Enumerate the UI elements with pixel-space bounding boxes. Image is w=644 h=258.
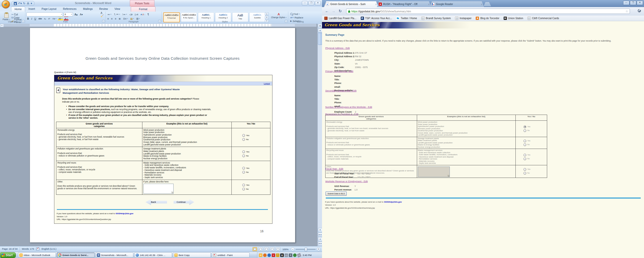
- new-tab-button[interactable]: [484, 2, 491, 6]
- tab-close-icon[interactable]: x: [481, 3, 482, 6]
- tab-view[interactable]: View: [111, 7, 124, 12]
- bookmark-torcedor[interactable]: ★Blog do Torcedor: [476, 17, 499, 20]
- browse-object-button[interactable]: ●: [318, 237, 322, 241]
- tray-lock-icon[interactable]: 🔒: [276, 253, 279, 257]
- embedded-screenshot[interactable]: Green Goods and Services Logout 4 Your e…: [54, 75, 272, 224]
- zoom-slider-thumb[interactable]: [305, 248, 307, 251]
- radio-no[interactable]: No: [242, 171, 249, 174]
- radio-yes[interactable]: Yes: [524, 140, 530, 142]
- tray-messenger-icon[interactable]: [263, 253, 267, 257]
- decrease-indent-button[interactable]: ◁≡: [129, 12, 134, 16]
- employees-edit-link[interactable]: Number of Employees at this Worksite - E…: [325, 106, 372, 108]
- forward-icon[interactable]: →: [332, 9, 335, 13]
- strikethrough-button[interactable]: abc: [38, 17, 43, 21]
- next-page-button[interactable]: ▼▼: [318, 242, 322, 246]
- tray-antivirus-icon[interactable]: V: [272, 253, 275, 257]
- primary-contact-edit-link[interactable]: Primary Contact Info - Edit: [325, 70, 353, 73]
- font-dialog-launcher[interactable]: ⌟: [102, 20, 105, 23]
- browser-restore-button[interactable]: ❐: [630, 1, 636, 5]
- zoom-in-button[interactable]: +: [317, 247, 320, 251]
- secondary-contact-edit-link[interactable]: Secondary Contact Info - Edit: [325, 89, 356, 92]
- continue-button[interactable]: Continue: [174, 199, 194, 205]
- radio-yes[interactable]: Yes: [524, 154, 530, 156]
- document-page[interactable]: Green Goods and Services Survey Online D…: [30, 28, 295, 243]
- taskbar-button-chrome[interactable]: Green Goods & Servi...: [57, 252, 95, 257]
- previous-page-button[interactable]: ▲▲: [318, 233, 322, 237]
- bookmark-brandt[interactable]: Brandt Survey System: [421, 17, 451, 20]
- vertical-scrollbar[interactable]: ▤ ▲ ▼ ▲▲ ● ▼▼: [317, 24, 322, 246]
- back-button[interactable]: Back: [145, 199, 167, 205]
- save-icon[interactable]: [14, 2, 17, 5]
- styles-scroll-down[interactable]: ▼: [265, 16, 269, 19]
- view-print-layout-button[interactable]: [253, 247, 257, 251]
- word-minimize-button[interactable]: —: [302, 1, 308, 5]
- grow-font-button[interactable]: A▴: [74, 12, 78, 16]
- font-color-button[interactable]: A▾: [64, 17, 68, 21]
- scrollbar-thumb[interactable]: [318, 33, 322, 45]
- bookmark-twitter[interactable]: Twitter / Home: [396, 17, 417, 20]
- tab-references[interactable]: References: [60, 7, 80, 12]
- browser-tab-ggs[interactable]: e Green Goods & Services - Sum x: [324, 1, 378, 7]
- redo-icon[interactable]: ↻: [23, 2, 25, 5]
- find-button[interactable]: Find ▾: [290, 12, 303, 16]
- align-left-button[interactable]: ≡: [107, 17, 110, 21]
- start-button[interactable]: Start: [0, 252, 16, 258]
- change-case-button[interactable]: Aa▾: [52, 17, 57, 21]
- clear-formatting-button[interactable]: A🧹: [100, 12, 106, 16]
- taskbar-button-folder[interactable]: Best Copy: [173, 252, 211, 257]
- tray-mail-icon[interactable]: ✉: [259, 253, 262, 257]
- shrink-font-button[interactable]: A▾: [79, 12, 84, 16]
- zoom-out-button[interactable]: –: [291, 247, 295, 251]
- ruler-toggle-button[interactable]: ▤: [318, 24, 322, 28]
- status-page[interactable]: Page: 16 of 34: [2, 247, 18, 250]
- tray-network-icon[interactable]: ✕: [289, 253, 292, 257]
- multilevel-list-button[interactable]: ⁝≔▾: [122, 12, 128, 16]
- view-fullscreen-button[interactable]: [258, 247, 263, 251]
- tab-mailings[interactable]: Mailings: [80, 7, 96, 12]
- qat-customize-icon[interactable]: ▾: [31, 2, 32, 5]
- fiscal-year-edit-link[interactable]: Fiscal Year - Edit: [325, 167, 343, 170]
- radio-no[interactable]: No: [242, 154, 249, 157]
- radio-yes-selected[interactable]: Yes: [524, 125, 530, 128]
- italic-button[interactable]: I: [30, 17, 33, 21]
- font-name-combo[interactable]: ▾: [26, 12, 63, 16]
- radio-yes[interactable]: Yes: [524, 168, 530, 171]
- view-outline-button[interactable]: [270, 247, 274, 251]
- styles-dialog-launcher[interactable]: ⌟: [285, 20, 288, 23]
- tab-page-layout[interactable]: Page Layout: [38, 7, 60, 12]
- bookmark-instapaper[interactable]: Instapaper: [455, 17, 471, 20]
- taskbar-button-paint[interactable]: untitled - Paint: [212, 252, 250, 257]
- revenue-edit-link[interactable]: Worksite Revenue or Employment - Edit: [325, 180, 368, 183]
- view-draft-button[interactable]: [276, 247, 280, 251]
- paragraph-dialog-launcher[interactable]: ⌟: [158, 20, 161, 23]
- increase-indent-button[interactable]: ▷≡: [134, 12, 139, 16]
- tab-format[interactable]: Format: [131, 7, 155, 12]
- subscript-button[interactable]: x₂: [44, 17, 47, 21]
- spellcheck-icon[interactable]: ✓: [36, 247, 39, 250]
- tray-display-icon[interactable]: ▭: [285, 253, 288, 257]
- help-email-link[interactable]: GGSHelp@bls.gov: [384, 201, 402, 203]
- submit-button[interactable]: Submit Data to BLS: [326, 191, 347, 196]
- tray-updates-icon[interactable]: [267, 253, 271, 257]
- justify-button[interactable]: ≣: [118, 17, 122, 21]
- zoom-level[interactable]: 100%: [283, 248, 289, 251]
- radio-no[interactable]: No: [524, 143, 530, 146]
- office-button[interactable]: [2, 0, 10, 8]
- scroll-down-arrow[interactable]: ▼: [318, 228, 322, 232]
- bookmark-tsp[interactable]: TSP: Access Your Acc...: [361, 17, 392, 20]
- radio-yes[interactable]: Yes: [242, 184, 249, 186]
- radio-yes[interactable]: Yes: [242, 167, 249, 170]
- bookmark-star-icon[interactable]: ☆: [625, 10, 628, 13]
- radio-yes[interactable]: Yes: [242, 150, 249, 153]
- taskbar-clock[interactable]: 3:40 PM: [303, 254, 311, 256]
- font-size-combo[interactable]: 8▾: [64, 12, 73, 16]
- wrench-menu-icon[interactable]: [638, 9, 641, 13]
- tab-home[interactable]: Home: [11, 7, 25, 12]
- radio-no[interactable]: No: [242, 138, 249, 141]
- tab-insert[interactable]: Insert: [25, 7, 38, 12]
- replace-button[interactable]: ab↷Replace: [290, 16, 303, 19]
- clipboard-dialog-launcher[interactable]: ⌟: [22, 20, 25, 23]
- bold-button[interactable]: B: [26, 17, 30, 21]
- reload-icon[interactable]: ↻: [339, 9, 342, 13]
- logout-link[interactable]: Logout: [264, 82, 270, 85]
